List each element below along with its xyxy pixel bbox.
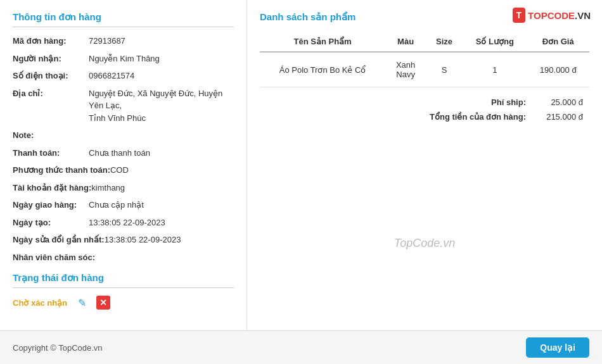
info-row: Phương thức thanh toán:COD bbox=[13, 164, 234, 177]
col-header-price: Đơn Giá bbox=[527, 32, 590, 52]
product-table: Tên Sản Phẩm Màu Size Số Lượng Đơn Giá Á… bbox=[260, 32, 589, 87]
info-label: Địa chỉ: bbox=[13, 87, 89, 125]
footer: Copyright © TopCode.vn Quay lại bbox=[0, 330, 602, 364]
right-panel: T TOPCODE .VN Danh sách sản phẩm Tên Sản… bbox=[247, 0, 602, 364]
table-cell: Áo Polo Trơn Bo Kẻ Cổ bbox=[260, 52, 385, 87]
info-value: COD bbox=[110, 164, 234, 177]
info-row: Ngày giao hàng:Chưa cập nhật bbox=[13, 199, 234, 211]
info-rows: Mã đơn hàng:72913687Người nhận:Nguyễn Ki… bbox=[13, 35, 234, 263]
info-value: Chưa cập nhật bbox=[89, 199, 234, 211]
footer-copyright: Copyright © TopCode.vn bbox=[13, 343, 103, 353]
delete-button[interactable]: ✕ bbox=[96, 296, 110, 310]
product-tbody: Áo Polo Trơn Bo Kẻ CổXanh NavyS1190.000 … bbox=[260, 52, 589, 87]
info-row: Người nhận:Nguyễn Kim Thăng bbox=[13, 53, 234, 65]
info-label: Note: bbox=[13, 129, 89, 142]
total-value: 215.000 đ bbox=[532, 112, 583, 122]
page-container: Thông tin đơn hàng Mã đơn hàng:72913687N… bbox=[0, 0, 602, 364]
info-value bbox=[89, 129, 234, 142]
status-row: Chờ xác nhận ✎ ✕ bbox=[13, 294, 234, 311]
status-section: Trạng thái đơn hàng Chờ xác nhận ✎ ✕ bbox=[13, 272, 234, 311]
edit-icon: ✎ bbox=[78, 297, 86, 309]
info-label: Ngày sửa đổi gần nhất: bbox=[13, 234, 105, 246]
info-label: Ngày giao hàng: bbox=[13, 199, 89, 211]
col-header-qty: Số Lượng bbox=[463, 32, 527, 52]
info-label: Số điện thoại: bbox=[13, 70, 89, 82]
table-cell: S bbox=[426, 52, 463, 87]
info-value: 72913687 bbox=[89, 35, 234, 47]
order-info-title: Thông tin đơn hàng bbox=[13, 11, 234, 27]
info-row: Note: bbox=[13, 129, 234, 142]
table-row: Áo Polo Trơn Bo Kẻ CổXanh NavyS1190.000 … bbox=[260, 52, 589, 87]
info-row: Mã đơn hàng:72913687 bbox=[13, 35, 234, 47]
col-header-name: Tên Sản Phẩm bbox=[260, 32, 385, 52]
logo-area: T TOPCODE .VN bbox=[513, 8, 591, 23]
back-button[interactable]: Quay lại bbox=[526, 337, 589, 358]
info-value: kimthang bbox=[91, 182, 234, 194]
left-panel: Thông tin đơn hàng Mã đơn hàng:72913687N… bbox=[0, 0, 247, 364]
logo-icon: T bbox=[513, 8, 526, 23]
info-value: Chưa thanh toán bbox=[89, 147, 234, 160]
col-header-color: Màu bbox=[385, 32, 426, 52]
info-row: Ngày tạo:13:38:05 22-09-2023 bbox=[13, 217, 234, 229]
edit-button[interactable]: ✎ bbox=[74, 294, 90, 311]
total-label: Tổng tiền của đơn hàng: bbox=[430, 112, 526, 122]
info-row: Ngày sửa đổi gần nhất:13:38:05 22-09-202… bbox=[13, 234, 234, 246]
col-header-size: Size bbox=[426, 32, 463, 52]
info-label: Mã đơn hàng: bbox=[13, 35, 89, 47]
info-row: Tài khoản đặt hàng:kimthang bbox=[13, 182, 234, 194]
watermark: TopCode.vn bbox=[394, 237, 455, 250]
info-label: Thanh toán: bbox=[13, 147, 89, 160]
status-text: Chờ xác nhận bbox=[13, 298, 67, 308]
info-label: Nhân viên chăm sóc: bbox=[13, 251, 95, 264]
info-row: Thanh toán:Chưa thanh toán bbox=[13, 147, 234, 160]
totals-area: Phí ship: 25.000 đ Tổng tiền của đơn hàn… bbox=[260, 97, 589, 122]
info-value: 0966821574 bbox=[89, 70, 234, 82]
info-row: Nhân viên chăm sóc: bbox=[13, 251, 234, 264]
info-label: Người nhận: bbox=[13, 53, 89, 65]
info-row: Số điện thoại:0966821574 bbox=[13, 70, 234, 82]
info-value bbox=[95, 251, 234, 264]
info-label: Tài khoản đặt hàng: bbox=[13, 182, 91, 194]
info-value: 13:38:05 22-09-2023 bbox=[89, 217, 234, 229]
table-header-row: Tên Sản Phẩm Màu Size Số Lượng Đơn Giá bbox=[260, 32, 589, 52]
shipping-value: 25.000 đ bbox=[532, 97, 583, 107]
logo-brand: TOPCODE bbox=[528, 10, 575, 21]
shipping-label: Phí ship: bbox=[491, 97, 526, 107]
info-value: Nguyễn Kim Thăng bbox=[89, 53, 234, 65]
table-cell: 190.000 đ bbox=[527, 52, 590, 87]
info-value: Nguyệt Đức, Xã Nguyệt Đức, Huyện Yên Lạc… bbox=[89, 87, 234, 125]
shipping-row: Phí ship: 25.000 đ bbox=[260, 97, 583, 107]
info-row: Địa chỉ:Nguyệt Đức, Xã Nguyệt Đức, Huyện… bbox=[13, 87, 234, 125]
table-cell: Xanh Navy bbox=[385, 52, 426, 87]
info-label: Phương thức thanh toán: bbox=[13, 164, 110, 177]
info-value: 13:38:05 22-09-2023 bbox=[105, 234, 234, 246]
status-title: Trạng thái đơn hàng bbox=[13, 272, 234, 288]
logo-vn: .VN bbox=[575, 10, 591, 21]
total-row: Tổng tiền của đơn hàng: 215.000 đ bbox=[260, 112, 583, 122]
table-cell: 1 bbox=[463, 52, 527, 87]
info-label: Ngày tạo: bbox=[13, 217, 89, 229]
